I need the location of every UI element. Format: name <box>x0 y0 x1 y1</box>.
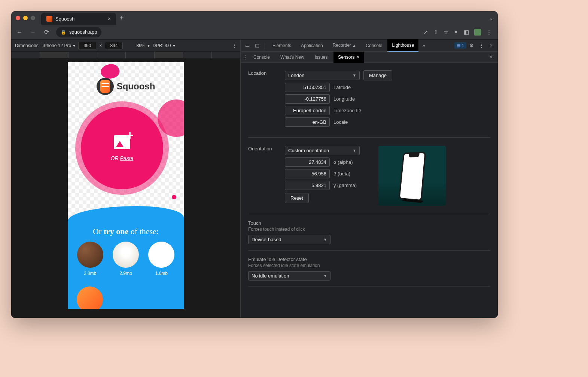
sample-image-1[interactable]: 2.8mb <box>77 242 103 276</box>
sample-thumb <box>113 242 139 268</box>
idle-select[interactable]: No idle emulation▼ <box>248 271 330 281</box>
profile-avatar[interactable] <box>474 29 481 36</box>
squoosh-logo-icon <box>100 80 110 93</box>
sample-size: 2.8mb <box>84 271 96 276</box>
drawer-menu-icon[interactable]: ⋮ <box>243 55 247 60</box>
height-input[interactable] <box>105 42 123 49</box>
issues-badge[interactable]: ▤ 1 <box>454 42 466 49</box>
idle-label: Emulate Idle Detector state <box>248 257 490 262</box>
devtools-tabstrip: ▭ ▢ Elements Application Recorder ▲ Cons… <box>241 40 498 52</box>
sample-image-4[interactable] <box>77 286 103 309</box>
url-text: squoosh.app <box>69 29 97 35</box>
locale-input[interactable] <box>285 117 330 127</box>
tab-close-icon[interactable]: × <box>108 16 111 22</box>
close-tab-icon[interactable]: × <box>357 52 359 63</box>
sample-size: 1.6mb <box>155 271 168 276</box>
reset-button[interactable]: Reset <box>285 193 309 203</box>
inspect-icon[interactable]: ▭ <box>243 43 252 48</box>
upload-image-icon <box>114 135 130 149</box>
window-minimize[interactable] <box>23 16 28 20</box>
window-maximize[interactable] <box>31 16 35 20</box>
tab-lighthouse[interactable]: Lighthouse <box>387 39 418 52</box>
timezone-label: Timezone ID <box>333 108 371 113</box>
reload-button[interactable]: ⟳ <box>41 28 52 36</box>
devtools-close-icon[interactable]: × <box>487 43 496 48</box>
pink-dot <box>172 195 176 199</box>
drawer-tab-sensors[interactable]: Sensors × <box>333 52 364 63</box>
sample-image-3[interactable]: 1.6mb <box>148 242 174 276</box>
squoosh-logo-text: Squoosh <box>117 81 155 92</box>
more-tabs-icon[interactable]: » <box>419 43 428 48</box>
window-close[interactable] <box>16 16 20 20</box>
width-input[interactable] <box>78 42 96 49</box>
traffic-lights <box>16 16 35 20</box>
issue-icon: ▤ <box>457 43 460 48</box>
dimensions-label: Dimensions: <box>15 43 40 48</box>
device-toggle-icon[interactable]: ▢ <box>253 43 262 48</box>
touch-label: Touch <box>248 220 490 226</box>
device-select[interactable]: iPhone 12 Pro ▾ <box>43 43 75 48</box>
open-external-icon[interactable]: ↗ <box>423 29 428 36</box>
sensors-panel: Location London▼ Manage Latitude <box>241 63 498 318</box>
alpha-input[interactable] <box>285 157 330 167</box>
tab-console[interactable]: Console <box>361 40 387 52</box>
extensions-icon[interactable]: ✦ <box>454 29 458 36</box>
emulated-page[interactable]: Squoosh OR Paste Or try one of the <box>68 62 184 309</box>
new-tab-button[interactable]: + <box>120 14 124 22</box>
share-icon[interactable]: ⇧ <box>433 29 438 36</box>
locale-label: Locale <box>333 119 371 125</box>
device-toolbar-menu-icon[interactable]: ⋮ <box>232 43 237 48</box>
back-button[interactable]: ← <box>14 29 25 36</box>
tab-elements[interactable]: Elements <box>268 40 296 52</box>
idle-desc: Forces selected idle state emulation <box>248 263 490 268</box>
drawer-tab-whatsnew[interactable]: What's New <box>276 52 309 63</box>
upload-dropzone[interactable]: OR Paste <box>81 107 163 189</box>
browser-tab[interactable]: Squoosh × <box>41 13 116 25</box>
touch-select[interactable]: Device-based▼ <box>248 235 330 244</box>
drawer-close-icon[interactable]: × <box>487 55 496 60</box>
devtools-menu-icon[interactable]: ⋮ <box>477 43 486 48</box>
latitude-input[interactable] <box>285 83 330 92</box>
paste-hint[interactable]: OR Paste <box>111 155 134 161</box>
menu-icon[interactable]: ⋮ <box>486 29 492 36</box>
sample-thumb <box>148 242 174 268</box>
url-toolbar: ← → ⟳ 🔒 squoosh.app ↗ ⇧ ☆ ✦ ◧ ⋮ <box>11 25 498 40</box>
panel-icon[interactable]: ◧ <box>464 29 469 36</box>
sample-image-2[interactable]: 2.9mb <box>113 242 139 276</box>
location-select[interactable]: London▼ <box>285 71 360 80</box>
forward-button[interactable]: → <box>28 29 38 36</box>
browser-window: Squoosh × + ⌄ ← → ⟳ 🔒 squoosh.app ↗ ⇧ ☆ … <box>11 11 498 318</box>
orientation-visualizer[interactable] <box>378 146 446 206</box>
width-ruler[interactable] <box>11 52 240 58</box>
alpha-label: α (alpha) <box>333 159 371 165</box>
gamma-input[interactable] <box>285 181 330 190</box>
url-actions: ↗ ⇧ ☆ ✦ ◧ ⋮ <box>423 29 495 36</box>
timezone-input[interactable] <box>285 106 330 115</box>
orientation-select[interactable]: Custom orientation▼ <box>285 146 360 155</box>
try-one-heading: Or try one of these: <box>68 227 184 236</box>
tab-recorder[interactable]: Recorder ▲ <box>328 39 361 52</box>
gamma-label: γ (gamma) <box>333 183 371 188</box>
orientation-label: Orientation <box>248 146 278 206</box>
dpr-select[interactable]: DPR: 3.0 ▾ <box>153 43 175 48</box>
tab-application[interactable]: Application <box>296 40 327 52</box>
tab-title: Squoosh <box>55 16 74 22</box>
manage-button[interactable]: Manage <box>363 70 392 80</box>
beta-input[interactable] <box>285 169 330 178</box>
drawer-tab-console[interactable]: Console <box>249 52 274 63</box>
location-label: Location <box>248 70 278 129</box>
bookmark-icon[interactable]: ☆ <box>444 29 448 36</box>
drawer-tab-issues[interactable]: Issues <box>310 52 332 63</box>
tab-favicon <box>46 16 52 22</box>
zoom-select[interactable]: 89% ▾ <box>136 43 149 48</box>
divider <box>248 137 490 138</box>
longitude-input[interactable] <box>285 94 330 104</box>
settings-icon[interactable]: ⚙ <box>467 43 476 48</box>
address-bar[interactable]: 🔒 squoosh.app <box>56 27 101 37</box>
tabs-overflow-icon[interactable]: ⌄ <box>489 15 493 21</box>
divider <box>248 286 490 287</box>
dimension-times: × <box>99 43 102 48</box>
divider <box>248 214 490 214</box>
devtools-pane: ▭ ▢ Elements Application Recorder ▲ Cons… <box>240 40 498 318</box>
recorder-beta-icon: ▲ <box>352 43 356 47</box>
